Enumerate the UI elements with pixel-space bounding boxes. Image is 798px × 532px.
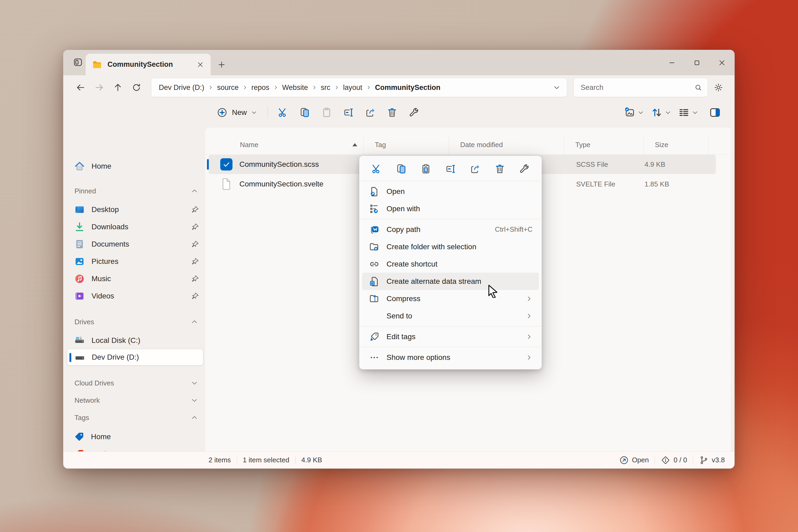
desktop-wallpaper: CommunitySection Dev Drive (D:) source r… [0, 0, 798, 532]
menu-item-label: Create alternate data stream [386, 277, 481, 286]
column-header-type[interactable]: Type [564, 141, 644, 149]
rename-icon [343, 107, 354, 118]
breadcrumb-item[interactable]: source [217, 83, 239, 92]
sidebar-section-tags[interactable]: Tags [67, 411, 203, 424]
column-header-name[interactable]: Name [205, 141, 364, 149]
address-dropdown-button[interactable] [549, 84, 564, 91]
trash-icon[interactable] [494, 163, 506, 174]
chevron-up-icon [191, 414, 198, 421]
back-button[interactable] [72, 79, 89, 96]
sidebar-item-home[interactable]: Home [67, 158, 203, 174]
copy-icon[interactable] [396, 163, 407, 174]
delete-button[interactable] [383, 104, 401, 121]
close-icon [197, 61, 204, 68]
search-box[interactable] [573, 78, 708, 97]
menu-item-send-to[interactable]: Send to [362, 307, 539, 324]
sidebar-section-drives[interactable]: Drives [67, 315, 203, 329]
chevron-down-icon [191, 380, 198, 386]
desktop-icon [74, 204, 85, 215]
column-label: Name [240, 141, 258, 149]
column-header-size[interactable]: Size [644, 141, 709, 149]
menu-item-open-with[interactable]: Open with [362, 200, 539, 217]
sidebar-item-videos[interactable]: Videos [67, 288, 203, 304]
paste-icon[interactable] [420, 163, 432, 174]
sidebar-item-downloads[interactable]: Downloads [67, 218, 203, 235]
sidebar-section-network[interactable]: Network [67, 394, 203, 407]
breadcrumb-item[interactable]: Website [282, 83, 308, 92]
open-icon [369, 186, 380, 197]
cut-icon[interactable] [371, 163, 382, 174]
status-bar: 2 items 1 item selected 4.9 KB Open 0 / … [63, 451, 735, 469]
close-button[interactable] [709, 50, 735, 75]
sidebar-item-documents[interactable]: Documents [67, 236, 203, 252]
sidebar-item-music[interactable]: Music [67, 270, 203, 287]
sidebar-item-label: Documents [92, 240, 191, 248]
menu-item-compress[interactable]: Compress [362, 290, 539, 307]
minimize-button[interactable] [660, 50, 684, 75]
tab-close-button[interactable] [194, 58, 206, 71]
sort-button[interactable] [648, 104, 674, 120]
items-count: 2 items [209, 456, 231, 464]
menu-item-create-shortcut[interactable]: Create shortcut [362, 255, 539, 273]
breadcrumb-separator-icon [366, 85, 371, 90]
share-icon[interactable] [470, 163, 481, 174]
refresh-button[interactable] [128, 79, 145, 96]
new-button[interactable]: New [212, 104, 261, 121]
menu-item-open[interactable]: Open [362, 183, 539, 200]
git-sync-status[interactable]: 0 / 0 [661, 455, 687, 465]
search-input[interactable] [580, 83, 694, 92]
sidebar-section-cloud-drives[interactable]: Cloud Drives [67, 376, 203, 390]
rename-button[interactable] [340, 104, 357, 121]
cut-button[interactable] [274, 104, 292, 121]
breadcrumb-item-current[interactable]: CommunitySection [375, 83, 440, 92]
copy-button[interactable] [296, 104, 314, 121]
menu-item-create-alternate-data-stream[interactable]: Create alternate data stream [362, 273, 539, 290]
sidebar-item-dev-drive-d[interactable]: Dev Drive (D:) [67, 349, 203, 365]
breadcrumb-item[interactable]: src [321, 83, 330, 92]
preview-toggle-button[interactable] [621, 104, 647, 120]
breadcrumb-separator-icon [334, 85, 339, 90]
properties-button[interactable] [405, 104, 423, 121]
sidebar-tag-home[interactable]: Home [67, 429, 203, 445]
forward-button[interactable] [91, 79, 108, 96]
breadcrumb-separator-icon [312, 85, 317, 90]
sidebar-item-desktop[interactable]: Desktop [67, 201, 203, 218]
breadcrumb-separator-icon [208, 85, 213, 90]
maximize-button[interactable] [684, 50, 709, 75]
checkbox-checked[interactable] [220, 158, 232, 171]
settings-button[interactable] [710, 79, 726, 95]
sidebar-toggle-icon [73, 57, 83, 68]
sidebar-section-pinned[interactable]: Pinned [67, 184, 203, 198]
pin-icon [191, 205, 200, 214]
paste-button[interactable] [318, 104, 336, 121]
sidebar-item-local-disk-c[interactable]: Local Disk (C:) [67, 332, 203, 349]
column-header-tag[interactable]: Tag [364, 141, 449, 149]
breadcrumb-item[interactable]: Dev Drive (D:) [159, 83, 204, 92]
rename-icon[interactable] [445, 163, 456, 174]
column-header-date-modified[interactable]: Date modified [449, 141, 564, 149]
file-explorer-window: CommunitySection Dev Drive (D:) source r… [63, 50, 735, 469]
minimize-icon [668, 59, 676, 67]
home-icon [74, 161, 85, 172]
share-button[interactable] [361, 104, 379, 121]
wrench-icon[interactable] [519, 163, 530, 174]
git-branch-status[interactable]: v3.8 [699, 455, 725, 465]
up-button[interactable] [110, 79, 126, 96]
menu-item-copy-path[interactable]: Copy path Ctrl+Shift+C [362, 221, 539, 238]
sidebar-item-pictures[interactable]: Pictures [67, 253, 203, 270]
link-icon [369, 259, 380, 269]
menu-item-create-folder-with-selection[interactable]: Create folder with selection [362, 238, 539, 255]
layout-button[interactable] [676, 104, 701, 120]
breadcrumb-item[interactable]: repos [251, 83, 269, 92]
tab-list-toggle-button[interactable] [70, 55, 86, 70]
active-tab[interactable]: CommunitySection [86, 54, 211, 75]
menu-item-label: Compress [386, 294, 421, 303]
preview-pane-button[interactable] [706, 104, 724, 121]
breadcrumb[interactable]: Dev Drive (D:) source repos Website src … [151, 78, 567, 97]
menu-item-show-more-options[interactable]: Show more options [362, 349, 539, 366]
open-status-button[interactable]: Open [619, 455, 649, 465]
command-bar: New [63, 100, 735, 125]
new-tab-button[interactable] [215, 58, 228, 71]
breadcrumb-item[interactable]: layout [343, 83, 362, 92]
menu-item-edit-tags[interactable]: Edit tags [362, 328, 539, 345]
